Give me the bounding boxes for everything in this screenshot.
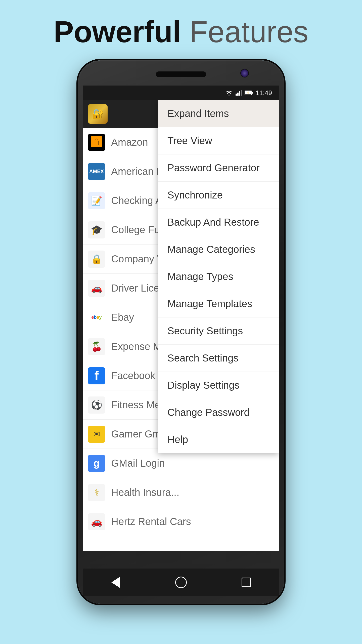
dropdown-item-manage-templates[interactable]: Manage Templates [158,290,279,317]
list-item-icon-amex: AMEX [88,163,105,180]
battery-icon: ⚡ [245,90,253,95]
dropdown-item-change-password[interactable]: Change Password [158,399,279,426]
back-button[interactable] [108,575,123,590]
list-item-name-amazon: Amazon [111,137,148,148]
status-time: 11:49 [256,89,272,97]
home-button[interactable] [173,575,189,590]
dropdown-item-security-settings[interactable]: Security Settings [158,317,279,345]
list-item-icon-expense: 🍒 [88,338,105,355]
dropdown-item-manage-types[interactable]: Manage Types [158,263,279,290]
dropdown-item-search-settings[interactable]: Search Settings [158,345,279,372]
list-item-name-health: Health Insura... [111,487,179,498]
dropdown-item-synchronize[interactable]: Synchronize [158,182,279,209]
svg-rect-1 [236,94,237,96]
dropdown-item-label-manage-templates: Manage Templates [167,298,252,309]
phone-shell: ⚡ 11:49 🔐 🅰AmazonAMEXAmerican Exp...📝Che… [78,60,284,604]
list-item[interactable]: ⚕Health Insura... [83,478,279,507]
list-item-icon-ebay: ebay [88,309,105,326]
list-item-name-facebook: Facebook [111,370,155,381]
svg-rect-7 [252,92,253,94]
dropdown-menu: Expand ItemsTree ViewPassword GeneratorS… [158,100,279,453]
dropdown-item-label-manage-types: Manage Types [167,271,233,282]
bottom-nav [83,569,279,596]
dropdown-item-label-password-generator: Password Generator [167,162,260,174]
page-title: Powerful Features [0,0,362,53]
dropdown-item-label-help: Help [167,434,188,445]
svg-text:⚡: ⚡ [246,91,250,95]
svg-rect-3 [239,91,240,96]
signal-icon [236,90,242,96]
dropdown-item-label-tree-view: Tree View [167,135,212,146]
list-item-icon-amazon: 🅰 [88,134,105,151]
dropdown-item-label-search-settings: Search Settings [167,352,238,364]
dropdown-item-label-display-settings: Display Settings [167,380,240,391]
dropdown-item-label-expand-items: Expand Items [167,108,229,119]
list-item-icon-company: 🔒 [88,251,105,268]
home-icon [175,577,187,588]
app-logo: 🔐 [88,104,108,124]
dropdown-item-expand-items[interactable]: Expand Items [158,100,279,127]
dropdown-item-backup-restore[interactable]: Backup And Restore [158,209,279,236]
dropdown-item-manage-categories[interactable]: Manage Categories [158,236,279,263]
svg-point-0 [229,95,230,96]
list-item-name-ebay: Ebay [111,312,134,323]
dropdown-item-label-security-settings: Security Settings [167,325,243,337]
dropdown-item-label-change-password: Change Password [167,407,250,418]
list-item-icon-hertz: 🚗 [88,513,105,530]
recent-icon [242,578,251,587]
dropdown-item-help[interactable]: Help [158,426,279,453]
svg-rect-4 [241,90,242,96]
list-item-icon-college: 🎓 [88,221,105,238]
title-bold: Powerful [54,15,181,49]
list-item-name-hertz: Hertz Rental Cars [111,516,191,527]
recent-button[interactable] [239,575,254,590]
title-light: Features [181,15,308,49]
status-bar: ⚡ 11:49 [83,86,279,100]
dropdown-item-tree-view[interactable]: Tree View [158,127,279,154]
speaker [156,71,206,77]
front-camera [240,69,249,77]
list-item-icon-facebook: f [88,367,105,384]
screen: 🔐 🅰AmazonAMEXAmerican Exp...📝Checking Ac… [83,100,279,551]
list-item-icon-driver: 🚗 [88,280,105,297]
dropdown-item-label-manage-categories: Manage Categories [167,244,255,255]
list-item-icon-gamer: ✉ [88,426,105,443]
dropdown-item-password-generator[interactable]: Password Generator [158,154,279,182]
wifi-icon [225,90,233,96]
back-icon [111,577,120,588]
list-item-icon-gmail: g [88,455,105,472]
dropdown-item-label-backup-restore: Backup And Restore [167,217,259,228]
dropdown-item-display-settings[interactable]: Display Settings [158,372,279,399]
list-item-icon-health: ⚕ [88,484,105,501]
list-item-icon-fitness: ⚽ [88,396,105,414]
list-item-name-gmail: GMail Login [111,458,165,469]
dropdown-item-label-synchronize: Synchronize [167,189,223,201]
list-item[interactable]: 🚗Hertz Rental Cars [83,507,279,536]
svg-rect-2 [237,93,239,96]
list-item-icon-checking: 📝 [88,192,105,209]
